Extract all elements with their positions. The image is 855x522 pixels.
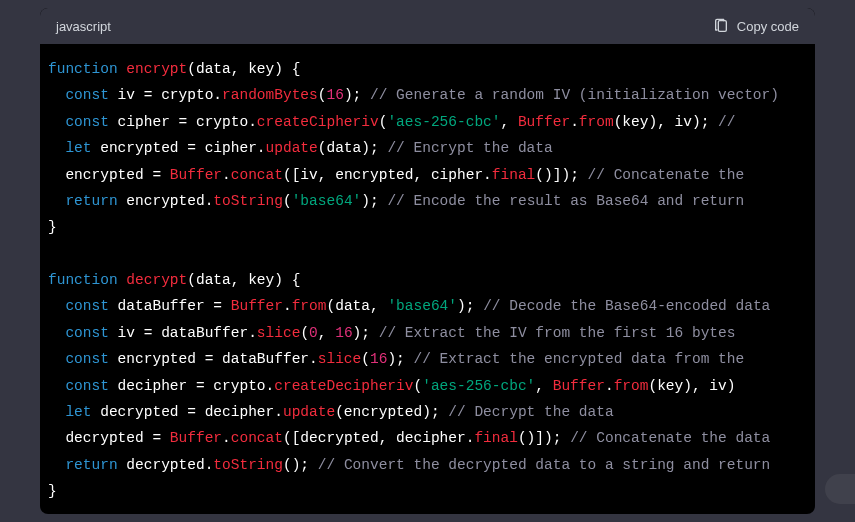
svg-rect-0 xyxy=(718,21,726,32)
clipboard-icon xyxy=(713,18,729,34)
copy-code-button[interactable]: Copy code xyxy=(713,18,799,34)
copy-code-label: Copy code xyxy=(737,19,799,34)
code-header: javascript Copy code xyxy=(40,8,815,44)
code-body[interactable]: function encrypt(data, key) { const iv =… xyxy=(40,44,815,514)
floating-action-button[interactable] xyxy=(825,474,855,504)
language-label: javascript xyxy=(56,19,111,34)
code-block: javascript Copy code function encrypt(da… xyxy=(40,8,815,514)
code-content: function encrypt(data, key) { const iv =… xyxy=(48,56,807,504)
